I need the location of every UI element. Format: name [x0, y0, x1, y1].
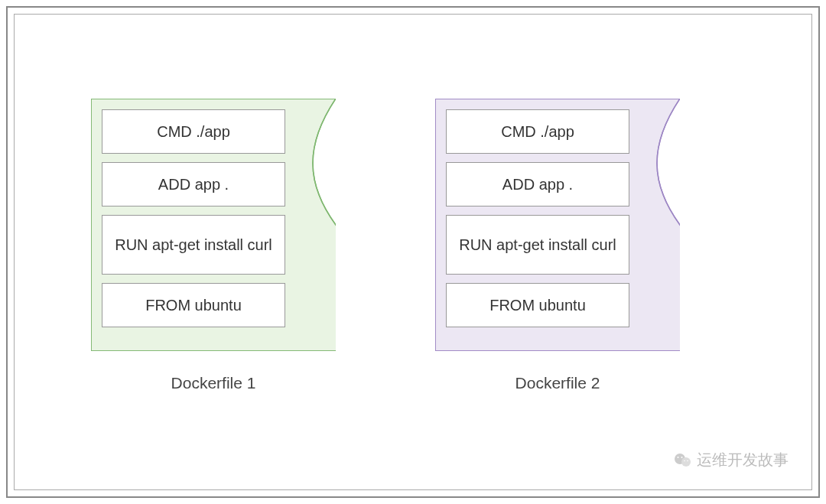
svg-point-4 [684, 460, 685, 461]
layer-run: RUN apt-get install curl [446, 215, 629, 275]
dockerfile-1-caption: Dockerfile 1 [91, 374, 336, 392]
inner-frame: CMD ./app ADD app . RUN apt-get install … [14, 14, 812, 490]
layer-add: ADD app . [102, 162, 285, 206]
wechat-icon [674, 451, 692, 470]
layer-from: FROM ubuntu [102, 283, 285, 327]
dockerfile-2-caption: Dockerfile 2 [435, 374, 680, 392]
dockerfile-2-layers: CMD ./app ADD app . RUN apt-get install … [446, 109, 629, 327]
layer-from: FROM ubuntu [446, 283, 629, 327]
layer-cmd: CMD ./app [102, 109, 285, 154]
watermark: 运维开发故事 [674, 450, 789, 470]
dockerfile-2-shape: CMD ./app ADD app . RUN apt-get install … [435, 99, 680, 382]
watermark-text: 运维开发故事 [697, 450, 789, 470]
svg-point-5 [687, 460, 688, 461]
svg-point-1 [681, 457, 691, 467]
svg-point-2 [678, 457, 679, 458]
dockerfile-1-layers: CMD ./app ADD app . RUN apt-get install … [102, 109, 285, 327]
outer-frame: CMD ./app ADD app . RUN apt-get install … [6, 6, 820, 498]
svg-point-3 [681, 457, 683, 458]
dockerfile-1-shape: CMD ./app ADD app . RUN apt-get install … [91, 99, 336, 382]
layer-cmd: CMD ./app [446, 109, 629, 154]
layer-run: RUN apt-get install curl [102, 215, 285, 275]
layer-add: ADD app . [446, 162, 629, 206]
